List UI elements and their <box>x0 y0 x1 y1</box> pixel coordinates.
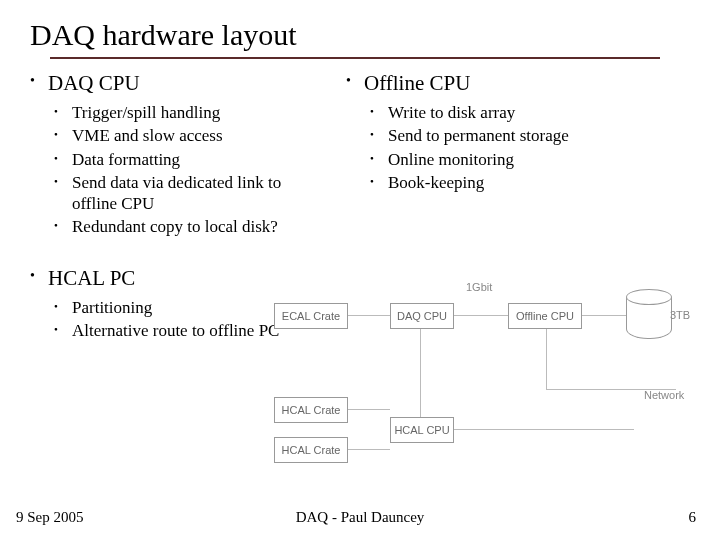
list-item: Write to disk array <box>388 102 648 123</box>
label-network: Network <box>644 389 684 401</box>
footer-center: DAQ - Paul Dauncey <box>296 509 425 526</box>
heading-daq-cpu: DAQ CPU <box>48 71 340 96</box>
list-item: VME and slow access <box>72 125 292 146</box>
slide-title: DAQ hardware layout <box>30 18 297 54</box>
box-hcal-cpu: HCAL CPU <box>390 417 454 443</box>
heading-offline-cpu: Offline CPU <box>364 71 690 96</box>
list-item: Data formatting <box>72 149 292 170</box>
list-item: Alternative route to offline PC <box>72 320 292 341</box>
label-disk-size: 3TB <box>670 309 690 321</box>
box-hcal-crate-2: HCAL Crate <box>274 437 348 463</box>
box-ecal-crate: ECAL Crate <box>274 303 348 329</box>
footer-date: 9 Sep 2005 <box>16 509 84 526</box>
list-item: Send to permanent storage <box>388 125 648 146</box>
label-link-speed: 1Gbit <box>466 281 492 293</box>
box-daq-cpu: DAQ CPU <box>390 303 454 329</box>
hardware-diagram: ECAL Crate DAQ CPU Offline CPU 3TB 1Gbit… <box>268 259 698 479</box>
list-item: Partitioning <box>72 297 292 318</box>
list-item: Send data via dedicated link to offline … <box>72 172 292 215</box>
box-offline-cpu: Offline CPU <box>508 303 582 329</box>
slide-footer: 9 Sep 2005 DAQ - Paul Dauncey 6 <box>0 509 720 526</box>
list-item: Book-keeping <box>388 172 648 193</box>
storage-cylinder-icon <box>626 289 672 339</box>
footer-page-number: 6 <box>689 509 697 526</box>
list-item: Online monitoring <box>388 149 648 170</box>
list-offline-cpu: Write to disk array Send to permanent st… <box>364 102 690 193</box>
box-hcal-crate-1: HCAL Crate <box>274 397 348 423</box>
list-item: Redundant copy to local disk? <box>72 216 292 237</box>
list-item: Trigger/spill handling <box>72 102 292 123</box>
list-daq-cpu: Trigger/spill handling VME and slow acce… <box>48 102 340 238</box>
